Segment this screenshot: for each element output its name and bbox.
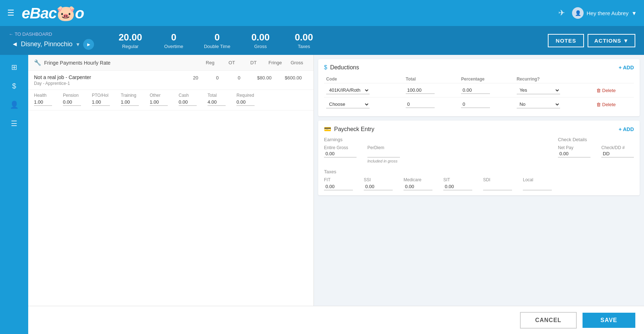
tax-local-input[interactable] <box>523 183 552 190</box>
sub-header: ← TO DASHBOARD ◄ Disney, Pinnochio ▼ ► 2… <box>0 26 644 55</box>
sidebar-item-dashboard[interactable]: ⊞ <box>6 59 22 75</box>
deduction-percentage-input-2[interactable] <box>461 101 490 108</box>
col-gross: Gross <box>286 60 308 65</box>
check-dd-input[interactable] <box>601 150 634 157</box>
th-recurring: Recurring? <box>515 75 594 83</box>
right-panel: $ Deductions + ADD Code Total Percentage… <box>314 55 644 334</box>
val-total: 4.00 <box>208 99 226 106</box>
earnings-section: Earnings Entire Gross PerDiem Included i… <box>324 137 400 163</box>
job-row: Not a real job - Carpenter Day - Apprent… <box>28 71 314 90</box>
paycheck-title: 💳 Paycheck Entry <box>324 126 374 133</box>
main-content: 🔧 Fringe Payments Hourly Rate Reg OT DT … <box>28 55 644 334</box>
col-dt: DT <box>243 60 264 65</box>
val-health[interactable]: 1.00 <box>34 99 52 106</box>
top-navigation: ☰ eBac🐷o ✈ 👤 Hey there Aubrey ▼ <box>0 0 644 26</box>
next-employee-button[interactable]: ► <box>83 39 94 50</box>
fringe-values: 1.00 0.00 1.00 1.00 1.00 0.00 4.00 0.00 <box>34 99 308 106</box>
stats-container: 20.00 Regular 0 Overtime 0 Double Time 0… <box>108 32 547 49</box>
tax-sit-input[interactable] <box>443 183 472 190</box>
val-cash[interactable]: 0.00 <box>179 99 197 106</box>
job-fringe: $80.00 <box>250 75 279 81</box>
sidebar-item-users[interactable]: 👤 <box>6 97 22 113</box>
label-pto: PTO/Hol <box>92 93 110 98</box>
tax-ssi-input[interactable] <box>364 183 393 190</box>
dollar-icon: $ <box>324 64 327 71</box>
chevron-down-icon: ▼ <box>631 10 637 16</box>
fringe-header: 🔧 Fringe Payments Hourly Rate Reg OT DT … <box>28 55 314 71</box>
col-reg: Reg <box>199 60 221 65</box>
send-icon[interactable]: ✈ <box>558 8 565 18</box>
hamburger-icon[interactable]: ☰ <box>7 8 14 18</box>
job-detail: Day - Apprentice-1 <box>34 81 185 86</box>
label-health: Health <box>34 93 52 98</box>
deduction-code-select-1[interactable]: 401K/IRA/Roth <box>326 86 370 94</box>
wrench-icon: 🔧 <box>34 59 41 66</box>
deduction-recurring-select-2[interactable]: No Yes <box>517 100 560 108</box>
th-percentage: Percentage <box>459 75 514 83</box>
col-fringe: Fringe <box>264 60 286 65</box>
check-dd-label: Check/DD # <box>601 145 634 150</box>
stat-overtime: 0 Overtime <box>152 32 195 49</box>
employee-chevron-icon: ▼ <box>76 42 81 47</box>
deduction-total-input-2[interactable] <box>406 101 435 108</box>
prev-employee-button[interactable]: ◄ <box>12 40 18 48</box>
deductions-header: $ Deductions + ADD <box>324 64 634 71</box>
left-panel: 🔧 Fringe Payments Hourly Rate Reg OT DT … <box>28 55 314 334</box>
notes-button[interactable]: NOTES <box>548 34 584 47</box>
tax-sit: SIT <box>443 177 472 190</box>
net-pay-group: Net Pay <box>558 145 590 157</box>
job-ot: 0 <box>206 75 228 81</box>
paycheck-add-button[interactable]: + ADD <box>619 126 634 132</box>
val-training[interactable]: 1.00 <box>121 99 139 106</box>
taxes-row: FIT SSI Medicare SIT <box>324 177 634 190</box>
th-actions <box>594 75 634 83</box>
taxes-label: Taxes <box>324 169 634 174</box>
fringe-columns: Reg OT DT Fringe Gross <box>199 60 308 65</box>
save-button[interactable]: SAVE <box>583 313 635 328</box>
cancel-button[interactable]: CANCEL <box>520 312 577 329</box>
tax-sdi-input[interactable] <box>483 183 512 190</box>
deductions-card: $ Deductions + ADD Code Total Percentage… <box>318 59 640 116</box>
sidebar: ⊞ $ 👤 ☰ <box>0 55 28 334</box>
val-other[interactable]: 1.00 <box>150 99 168 106</box>
fringe-values-row: Health Pension PTO/Hol Training Other Ca… <box>28 90 314 110</box>
actions-button[interactable]: ACTIONS ▼ <box>588 34 635 47</box>
user-menu[interactable]: 👤 Hey there Aubrey ▼ <box>572 7 637 19</box>
check-details-section: Check Details Net Pay Check/DD # <box>558 137 634 163</box>
tax-fit-input[interactable] <box>324 183 353 190</box>
entire-gross-input[interactable] <box>324 150 357 157</box>
taxes-section: Taxes FIT SSI Medicare SIT <box>324 169 634 190</box>
tax-medicare: Medicare <box>404 177 432 190</box>
paycheck-entry-card: 💳 Paycheck Entry + ADD Earnings Entire G… <box>318 121 640 195</box>
stat-gross: 0.00 Gross <box>239 32 282 49</box>
job-name: Not a real job - Carpenter <box>34 74 185 80</box>
entire-gross-group: Entire Gross <box>324 145 357 157</box>
val-pension[interactable]: 0.00 <box>63 99 81 106</box>
job-gross: $600.00 <box>279 75 308 81</box>
deductions-add-button[interactable]: + ADD <box>619 65 634 70</box>
back-to-dashboard-link[interactable]: ← TO DASHBOARD <box>9 31 94 37</box>
perdiem-input[interactable] <box>367 150 400 157</box>
deduction-total-input-1[interactable] <box>406 87 435 94</box>
deduction-recurring-select-1[interactable]: Yes No <box>517 86 560 94</box>
employee-name: Disney, Pinnochio <box>21 40 73 48</box>
deduction-delete-button-2[interactable]: 🗑 Delete <box>596 102 632 107</box>
sidebar-item-dollar[interactable]: $ <box>6 78 22 94</box>
app-logo: eBac🐷o <box>22 4 84 22</box>
check-dd-group: Check/DD # <box>601 145 634 157</box>
deduction-delete-button-1[interactable]: 🗑 Delete <box>596 88 632 93</box>
net-pay-label: Net Pay <box>558 145 590 150</box>
net-pay-input[interactable] <box>558 150 590 157</box>
tax-medicare-input[interactable] <box>404 183 432 190</box>
earnings-label: Earnings <box>324 137 400 142</box>
check-details-label: Check Details <box>558 137 634 142</box>
sidebar-item-list[interactable]: ☰ <box>6 116 22 131</box>
label-pension: Pension <box>63 93 81 98</box>
tax-fit: FIT <box>324 177 353 190</box>
deductions-table: Code Total Percentage Recurring? 401K/IR… <box>324 75 634 111</box>
th-total: Total <box>404 75 459 83</box>
val-pto[interactable]: 1.00 <box>92 99 110 106</box>
deduction-percentage-input-1[interactable] <box>461 87 490 94</box>
deduction-code-select-2[interactable]: Choose 401K/IRA/Roth <box>326 100 370 108</box>
tax-ssi: SSI <box>364 177 393 190</box>
